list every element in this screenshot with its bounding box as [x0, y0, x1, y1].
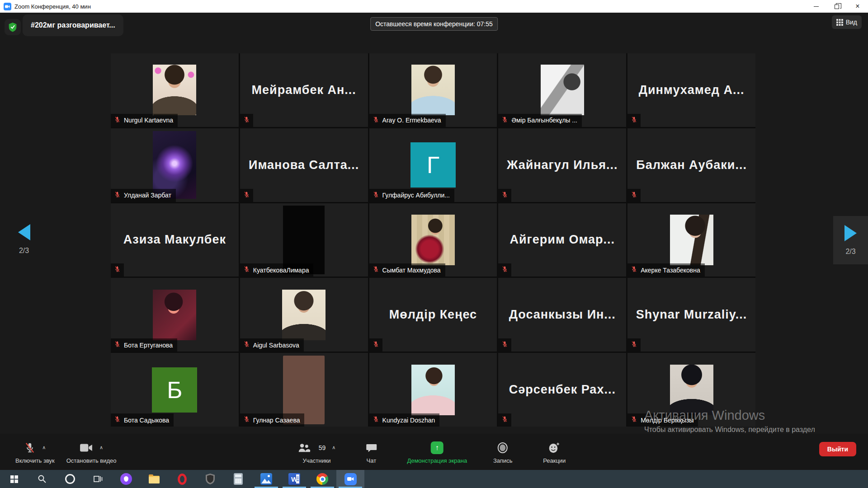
- calculator-app[interactable]: [224, 470, 252, 488]
- start-button[interactable]: [0, 470, 28, 488]
- participant-tile[interactable]: Жайнагул Илья...: [498, 128, 626, 202]
- participant-name-label: Nurgul Kartaevna: [124, 117, 173, 124]
- file-explorer-icon: [149, 476, 160, 483]
- participants-button[interactable]: 59 ∧ Участники: [298, 440, 336, 464]
- participant-tile[interactable]: Aigul Sarbasova: [240, 278, 368, 352]
- muted-mic-icon-slot: [114, 116, 121, 125]
- participant-nameplate: [498, 413, 511, 427]
- page-indicator-right: 2/3: [845, 248, 855, 256]
- participant-nameplate: Бота Ертуганова: [111, 338, 177, 352]
- reactions-button[interactable]: Реакции: [538, 440, 570, 464]
- participant-name-label: Бота Садыкова: [124, 417, 169, 424]
- active-speaker-label: #202мг разговаривает...: [31, 21, 115, 29]
- participant-tile[interactable]: Айгерим Омар...: [498, 203, 626, 277]
- participant-name-label: Aigul Sarbasova: [253, 342, 299, 349]
- participant-tile[interactable]: Сымбат Махмудова: [369, 203, 497, 277]
- unmute-button[interactable]: ∧ Включить звук: [15, 440, 55, 464]
- muted-mic-icon-slot: [631, 266, 637, 274]
- participant-tile[interactable]: Досанкызы Ин...: [498, 278, 626, 352]
- participant-nameplate: Aigul Sarbasova: [240, 338, 304, 352]
- previous-page-control[interactable]: 2/3: [8, 224, 40, 255]
- zoom-window: Zoom Конференция, 40 мин × #202мг разгов…: [0, 0, 868, 488]
- muted-mic-icon-slot: [631, 191, 637, 200]
- record-icon: [497, 442, 509, 454]
- photos-app[interactable]: [252, 470, 280, 488]
- zoom-app-taskbar[interactable]: [336, 470, 364, 488]
- world-of-tanks-icon: [205, 474, 215, 484]
- participant-tile[interactable]: Гулнар Сазаева: [240, 353, 368, 427]
- taskbar-search-button[interactable]: [28, 470, 56, 488]
- muted-mic-icon: [501, 266, 508, 272]
- participant-tile[interactable]: Б Бота Садыкова: [111, 353, 239, 427]
- participant-name-label: Әмір Балғынбекұлы ...: [511, 117, 577, 124]
- next-page-control[interactable]: 2/3: [833, 216, 868, 264]
- participant-tile[interactable]: Азиза Макулбек: [111, 203, 239, 277]
- previous-page-arrow-icon[interactable]: [18, 224, 30, 240]
- close-icon: ×: [855, 3, 859, 10]
- active-speaker-chip[interactable]: #202мг разговаривает...: [23, 14, 123, 36]
- participant-tile[interactable]: Балжан Аубаки...: [627, 128, 755, 202]
- muted-mic-icon: [631, 416, 637, 422]
- participant-name-label: Бота Ертуганова: [124, 342, 173, 349]
- stop-video-button[interactable]: ∧ Остановить видео: [66, 440, 117, 464]
- muted-mic-icon-slot: [114, 266, 121, 274]
- muted-mic-toolbar-icon: [24, 442, 36, 454]
- participant-tile[interactable]: Мөлдір Берікқызы: [627, 353, 755, 427]
- muted-mic-icon-slot: [501, 266, 508, 274]
- record-button[interactable]: Запись: [487, 440, 519, 464]
- participant-video: [670, 215, 713, 265]
- muted-mic-icon: [501, 116, 508, 123]
- participant-tile[interactable]: Динмухамед А...: [627, 53, 755, 127]
- audio-options-caret[interactable]: ∧: [42, 445, 46, 450]
- participant-video: [411, 65, 455, 115]
- participant-tile[interactable]: Nurgul Kartaevna: [111, 53, 239, 127]
- muted-mic-icon: [631, 116, 637, 123]
- participant-nameplate: Nurgul Kartaevna: [111, 114, 178, 127]
- yandex-alice-app[interactable]: [112, 470, 140, 488]
- chrome-app[interactable]: [308, 470, 336, 488]
- participant-tile[interactable]: Kundyzai Doszhan: [369, 353, 497, 427]
- participants-count: 59: [319, 444, 326, 451]
- participants-caret[interactable]: ∧: [332, 445, 335, 450]
- restore-button[interactable]: [826, 0, 847, 13]
- muted-mic-icon-slot: [114, 416, 121, 424]
- participant-name-centered: Shynar Murzaliy...: [632, 308, 752, 322]
- opera-app[interactable]: [168, 470, 196, 488]
- world-of-tanks-app[interactable]: [196, 470, 224, 488]
- participant-tile[interactable]: Shynar Murzaliy...: [627, 278, 755, 352]
- participant-nameplate: Әмір Балғынбекұлы ...: [498, 114, 582, 127]
- participant-tile[interactable]: Мейрамбек Ан...: [240, 53, 368, 127]
- word-app[interactable]: W: [280, 470, 308, 488]
- close-button[interactable]: ×: [847, 0, 868, 13]
- file-explorer-app[interactable]: [140, 470, 168, 488]
- participant-tile[interactable]: Иманова Салта...: [240, 128, 368, 202]
- muted-mic-icon: [373, 266, 379, 272]
- view-button-label: Вид: [846, 19, 857, 26]
- participant-tile[interactable]: Г Гулфайрус Абибулли...: [369, 128, 497, 202]
- participant-tile[interactable]: Әмір Балғынбекұлы ...: [498, 53, 626, 127]
- participant-video: [411, 365, 455, 415]
- participant-nameplate: Aray O. Ermekbaeva: [369, 114, 446, 127]
- cortana-icon: [65, 474, 75, 484]
- muted-mic-icon: [373, 416, 379, 422]
- minimize-button[interactable]: [806, 0, 826, 13]
- leave-meeting-button[interactable]: Выйти: [819, 442, 856, 456]
- participant-tile[interactable]: Aray O. Ermekbaeva: [369, 53, 497, 127]
- share-screen-button[interactable]: ↑ Демонстрация экрана: [407, 440, 467, 464]
- participant-name-centered: Досанкызы Ин...: [505, 308, 620, 322]
- participant-tile[interactable]: Бота Ертуганова: [111, 278, 239, 352]
- view-button[interactable]: Вид: [832, 15, 862, 29]
- chat-button[interactable]: Чат: [355, 440, 387, 464]
- participant-tile[interactable]: КуатбековаЛимара: [240, 203, 368, 277]
- participant-tile[interactable]: Сәрсенбек Рах...: [498, 353, 626, 427]
- cortana-button[interactable]: [56, 470, 84, 488]
- participant-tile[interactable]: Акерке Тазабековна: [627, 203, 755, 277]
- participant-name-label: Kundyzai Doszhan: [382, 417, 435, 424]
- meeting-info-button[interactable]: [5, 19, 21, 35]
- video-options-caret[interactable]: ∧: [99, 445, 103, 450]
- muted-mic-icon: [114, 341, 121, 347]
- participant-tile[interactable]: Улданай Зарбат: [111, 128, 239, 202]
- next-page-arrow-icon[interactable]: [844, 225, 857, 241]
- task-view-button[interactable]: [84, 470, 112, 488]
- participant-tile[interactable]: Мөлдір Кеңес: [369, 278, 497, 352]
